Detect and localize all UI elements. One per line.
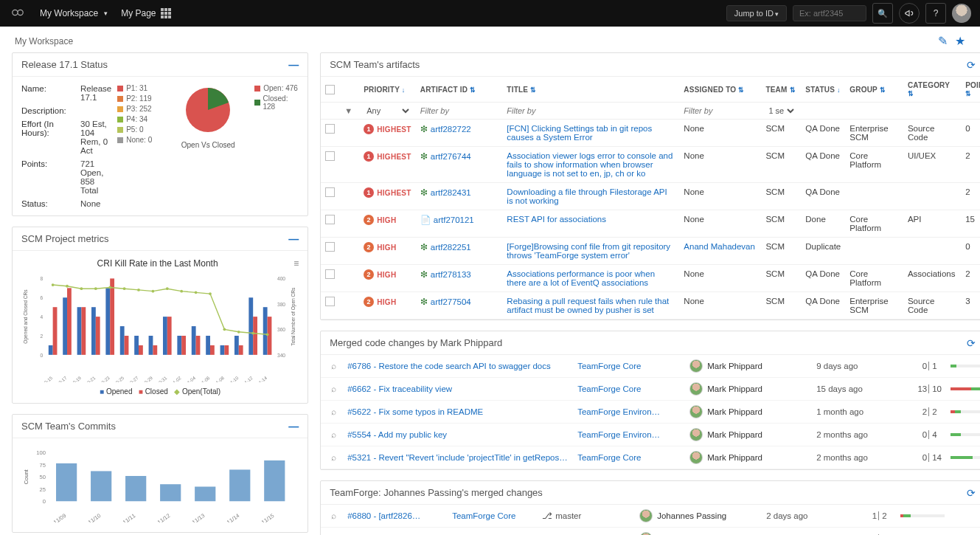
artifact-link[interactable]: ❇ artf278133 xyxy=(420,269,471,280)
select-all-checkbox[interactable] xyxy=(325,85,335,94)
filter-icon[interactable] xyxy=(344,106,352,115)
magnify-icon[interactable]: ⌕ xyxy=(328,430,338,439)
jump-to-id-button[interactable]: Jump to ID xyxy=(726,5,787,21)
row-checkbox[interactable] xyxy=(325,124,335,134)
refresh-icon[interactable] xyxy=(967,60,976,70)
repo-icon: ❇ xyxy=(420,269,428,280)
project-link[interactable]: TeamForge Environ… xyxy=(577,430,681,439)
team-filter[interactable]: 1 sel… xyxy=(765,106,796,116)
collapse-icon[interactable]: — xyxy=(288,60,299,70)
magnify-icon[interactable]: ⌕ xyxy=(328,511,338,520)
magnify-icon[interactable]: ⌕ xyxy=(328,453,338,462)
title-link[interactable]: REST API for associations xyxy=(507,215,606,224)
row-checkbox[interactable] xyxy=(325,215,335,224)
row-checkbox[interactable] xyxy=(325,187,335,197)
artifact-link[interactable]: ❇ artf282431 xyxy=(420,187,471,198)
assigned-filter[interactable] xyxy=(684,106,757,115)
value: 721 Open, 858 Total xyxy=(80,159,111,195)
title-link[interactable]: Rebasing a pull request fails when rule … xyxy=(507,297,669,314)
row-checkbox[interactable] xyxy=(325,297,335,306)
artifact-link[interactable]: ❇ artf282722 xyxy=(420,124,471,134)
artifact-link[interactable]: ❇ artf276744 xyxy=(420,151,471,162)
apps-grid-icon[interactable] xyxy=(161,8,171,18)
refresh-icon[interactable] xyxy=(967,488,976,498)
title-link[interactable]: [Forge]Browsing conf file from git repos… xyxy=(507,242,670,260)
announce-button[interactable] xyxy=(899,3,920,24)
user-avatar[interactable] xyxy=(952,4,971,23)
workspace-dropdown[interactable]: My Workspace xyxy=(40,8,108,18)
search-button[interactable] xyxy=(872,3,893,24)
priority-filter[interactable]: Any xyxy=(364,106,411,116)
magnify-icon[interactable]: ⌕ xyxy=(328,362,338,370)
title-link[interactable]: Associations performance is poor when th… xyxy=(507,269,655,287)
artifact-link[interactable]: 📄 artf270121 xyxy=(420,215,474,225)
collapse-icon[interactable]: — xyxy=(288,234,299,244)
change-link[interactable]: #5321 - Revert "Revert 'include 'project… xyxy=(347,453,569,462)
magnify-icon[interactable]: ⌕ xyxy=(328,384,338,393)
svg-rect-14 xyxy=(53,307,58,355)
row-checkbox[interactable] xyxy=(325,151,335,161)
title-link[interactable]: Association viewer logs error to console… xyxy=(507,151,673,178)
svg-text:400: 400 xyxy=(277,276,285,281)
list-item: ⌕ #6662 - Fix traceability view TeamForg… xyxy=(321,378,980,401)
sort-icon[interactable]: ⇅ xyxy=(470,86,476,94)
project-link[interactable]: TeamForge Core xyxy=(452,511,533,520)
title-link[interactable]: Downloading a file through Filestorage A… xyxy=(507,187,667,205)
svg-text:380: 380 xyxy=(277,302,285,307)
sort-icon[interactable]: ↓ xyxy=(402,86,406,94)
sort-icon[interactable]: ⇅ xyxy=(530,86,536,94)
user-cell[interactable]: Johannes Passing xyxy=(639,532,757,535)
sort-icon[interactable]: ⇅ xyxy=(738,86,744,94)
change-link[interactable]: #5622 - Fix some typos in README xyxy=(347,407,569,416)
sort-icon[interactable]: ⇅ xyxy=(965,90,971,97)
row-checkbox[interactable] xyxy=(325,269,335,279)
svg-rect-43 xyxy=(192,326,196,355)
pie-chart xyxy=(182,84,234,136)
user-cell[interactable]: Mark Phippard xyxy=(689,451,807,464)
label: Effort (In Hours): xyxy=(21,120,80,155)
row-checkbox[interactable] xyxy=(325,242,335,252)
artifact-filter[interactable] xyxy=(420,106,498,115)
change-link[interactable]: #5554 - Add my public key xyxy=(347,430,569,439)
user-cell[interactable]: Mark Phippard xyxy=(689,382,807,396)
artifact-link[interactable]: ❇ artf282251 xyxy=(420,242,471,252)
artifact-link[interactable]: ❇ artf277504 xyxy=(420,297,471,307)
title-filter[interactable] xyxy=(507,106,675,115)
repo-icon: ❇ xyxy=(420,187,428,198)
change-link[interactable]: #6662 - Fix traceability view xyxy=(347,384,569,393)
favorite-button[interactable] xyxy=(955,34,965,48)
assigned-cell: None xyxy=(679,265,761,292)
sort-icon[interactable]: ⇅ xyxy=(908,90,914,97)
project-link[interactable]: TeamForge Core xyxy=(577,362,681,370)
svg-rect-34 xyxy=(149,336,153,355)
user-cell[interactable]: Mark Phippard xyxy=(689,359,807,373)
change-link[interactable]: #6880 - [artf2826… xyxy=(347,511,443,520)
collapse-icon[interactable]: — xyxy=(288,421,299,432)
user-cell[interactable]: Mark Phippard xyxy=(689,405,807,418)
sort-icon[interactable]: ↓ xyxy=(837,86,841,94)
magnify-icon[interactable]: ⌕ xyxy=(328,407,338,416)
refresh-icon[interactable] xyxy=(967,338,976,348)
breadcrumb[interactable]: My Workspace xyxy=(15,36,73,46)
user-cell[interactable]: Johannes Passing xyxy=(639,509,757,522)
page-nav[interactable]: My Page xyxy=(121,8,170,18)
chart-menu-icon[interactable]: ≡ xyxy=(293,258,299,272)
jump-to-id-input[interactable] xyxy=(793,5,866,21)
svg-rect-17 xyxy=(67,288,72,355)
help-button[interactable]: ? xyxy=(925,3,946,24)
title-link[interactable]: [FCN] Clicking Settings tab in git repos… xyxy=(507,124,652,142)
sort-icon[interactable]: ⇅ xyxy=(880,86,886,94)
project-link[interactable]: TeamForge Core xyxy=(577,453,681,462)
project-link[interactable]: TeamForge Core xyxy=(577,384,681,393)
app-logo[interactable] xyxy=(9,7,27,21)
project-link[interactable]: TeamForge Environ… xyxy=(577,407,681,416)
sort-icon[interactable]: ⇅ xyxy=(790,86,796,94)
svg-text:11/15: 11/15 xyxy=(260,513,276,522)
priority-badge: 2HIGH xyxy=(364,269,396,280)
change-link[interactable]: #6786 - Restore the code search API to s… xyxy=(347,362,569,370)
svg-rect-84 xyxy=(91,472,111,502)
user-cell[interactable]: Mark Phippard xyxy=(689,428,807,441)
edit-page-button[interactable] xyxy=(938,34,948,48)
table-row: 2HIGH ❇ artf278133 Associations performa… xyxy=(321,265,980,292)
repo-icon: ❇ xyxy=(420,242,428,252)
